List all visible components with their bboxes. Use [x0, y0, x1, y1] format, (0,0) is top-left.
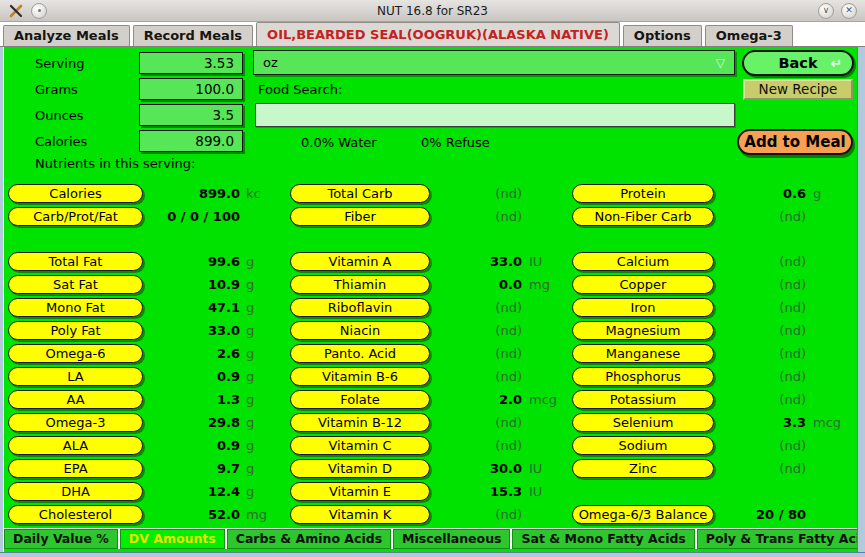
nutrient-unit-vitamin-a: IU [529, 252, 542, 271]
nutrient-unit-dha: g [246, 482, 254, 501]
close-icon: ✕ [845, 6, 853, 15]
nutrient-unit-sat-fat: g [246, 275, 254, 294]
nutrient-value-folate: 2.0 [402, 390, 522, 409]
nutrient-value-sat-fat: 10.9 [120, 275, 240, 294]
nutrient-unit-poly-fat: g [246, 321, 254, 340]
tab-oil-bearded-seal-oogruk-alaska-native[interactable]: OIL,BEARDED SEAL(OOGRUK)(ALASKA NATIVE) [256, 22, 620, 46]
nutrient-value-non-fiber-carb: (nd) [686, 207, 806, 226]
nutrient-value-riboflavin: (nd) [402, 298, 522, 317]
nutrient-value-vitamin-k: (nd) [402, 505, 522, 524]
bottom-tab-daily-value[interactable]: Daily Value % [4, 529, 118, 549]
nutrient-value-selenium: 3.3 [686, 413, 806, 432]
nutrient-value-epa: 9.7 [120, 459, 240, 478]
nutrient-unit-protein: g [813, 184, 821, 203]
shade-button[interactable]: ∨ [818, 3, 834, 19]
nutrient-value-vitamin-a: 33.0 [402, 252, 522, 271]
nutrient-value-la: 0.9 [120, 367, 240, 386]
nutrient-value-carb-prot-fat: 0 / 0 / 100 [120, 207, 240, 226]
nutrient-value-iron: (nd) [686, 298, 806, 317]
nutrient-value-panto-acid: (nd) [402, 344, 522, 363]
nutrient-value-phosphorus: (nd) [686, 367, 806, 386]
window-bottom-border [0, 552, 865, 557]
nutrient-value-manganese: (nd) [686, 344, 806, 363]
chevron-down-icon: ∨ [823, 6, 830, 15]
nutrient-unit-total-fat: g [246, 252, 254, 271]
titlebar: NUT 16.8 for SR23 ∨ ✕ [0, 0, 865, 22]
nutrient-unit-mono-fat: g [246, 298, 254, 317]
nutrient-value-fiber: (nd) [402, 207, 522, 226]
nutrient-value-ala: 0.9 [120, 436, 240, 455]
nutrient-unit-selenium: mcg [813, 413, 841, 432]
nutrient-unit-ala: g [246, 436, 254, 455]
nutrient-value-calcium: (nd) [686, 252, 806, 271]
tab-record-meals[interactable]: Record Meals [133, 25, 253, 46]
window-left-border [0, 47, 4, 552]
tab-analyze-meals[interactable]: Analyze Meals [3, 25, 130, 46]
nutrient-unit-omega-3: g [246, 413, 254, 432]
nutrient-value-total-carb: (nd) [402, 184, 522, 203]
main-content: Serving Grams Ounces Calories oz ▽ Food … [0, 47, 865, 528]
tab-omega-3[interactable]: Omega-3 [705, 25, 793, 46]
window-right-border [857, 47, 865, 552]
app-window: NUT 16.8 for SR23 ∨ ✕ Analyze MealsRecor… [0, 0, 865, 557]
nutrient-value-aa: 1.3 [120, 390, 240, 409]
dot-icon [38, 9, 41, 12]
nutrient-value-vitamin-e: 15.3 [402, 482, 522, 501]
app-icon [8, 3, 24, 19]
bottom-tab-sat-mono-fatty-acids[interactable]: Sat & Mono Fatty Acids [512, 529, 694, 549]
nutrient-value-omega-6: 2.6 [120, 344, 240, 363]
bottom-tab-carbs-amino-acids[interactable]: Carbs & Amino Acids [227, 529, 391, 549]
nutrient-unit-epa: g [246, 459, 254, 478]
window-title: NUT 16.8 for SR23 [54, 4, 811, 18]
nutrient-unit-thiamin: mg [529, 275, 550, 294]
nutrient-unit-folate: mcg [529, 390, 557, 409]
nutrient-value-mono-fat: 47.1 [120, 298, 240, 317]
nutrient-value-sodium: (nd) [686, 436, 806, 455]
bottom-tab-dv-amounts[interactable]: DV Amounts [120, 529, 225, 549]
nutrient-unit-vitamin-d: IU [529, 459, 542, 478]
nutrient-value-cholesterol: 52.0 [120, 505, 240, 524]
nutrient-unit-omega-6: g [246, 344, 254, 363]
nutrient-value-vitamin-b-12: (nd) [402, 413, 522, 432]
nutrient-unit-aa: g [246, 390, 254, 409]
nutrient-value-vitamin-c: (nd) [402, 436, 522, 455]
close-button[interactable]: ✕ [841, 3, 857, 19]
bottom-tab-bar: Daily Value %DV AmountsCarbs & Amino Aci… [0, 528, 865, 549]
nutrient-value-calories: 899.0 [120, 184, 240, 203]
nutrient-value-vitamin-b-6: (nd) [402, 367, 522, 386]
nutrient-value-niacin: (nd) [402, 321, 522, 340]
nutrient-unit-la: g [246, 367, 254, 386]
bottom-tab-poly-trans-fatty-acids[interactable]: Poly & Trans Fatty Acids [697, 529, 865, 549]
nutrient-value-potassium: (nd) [686, 390, 806, 409]
nutrient-value-zinc: (nd) [686, 459, 806, 478]
nutrient-value-copper: (nd) [686, 275, 806, 294]
nutrient-unit-vitamin-e: IU [529, 482, 542, 501]
tab-options[interactable]: Options [623, 25, 702, 46]
nutrient-value-poly-fat: 33.0 [120, 321, 240, 340]
top-tab-bar: Analyze MealsRecord MealsOIL,BEARDED SEA… [0, 22, 865, 47]
bottom-tab-miscellaneous[interactable]: Miscellaneous [393, 529, 510, 549]
nutrient-value-magnesium: (nd) [686, 321, 806, 340]
nutrient-unit-cholesterol: mg [246, 505, 267, 524]
nutrient-value-total-fat: 99.6 [120, 252, 240, 271]
nutrient-value-thiamin: 0.0 [402, 275, 522, 294]
nutrient-unit-calories: kc [246, 184, 261, 203]
nutrient-grid: Calories899.0kcCarb/Prot/Fat0 / 0 / 100T… [0, 47, 865, 528]
nutrient-value-omega-3: 29.8 [120, 413, 240, 432]
nutrient-value-protein: 0.6 [686, 184, 806, 203]
window-menu-button[interactable] [31, 3, 47, 19]
nutrient-value-vitamin-d: 30.0 [402, 459, 522, 478]
nutrient-value-dha: 12.4 [120, 482, 240, 501]
nutrient-value-omega-6-3-balance: 20 / 80 [686, 505, 806, 524]
